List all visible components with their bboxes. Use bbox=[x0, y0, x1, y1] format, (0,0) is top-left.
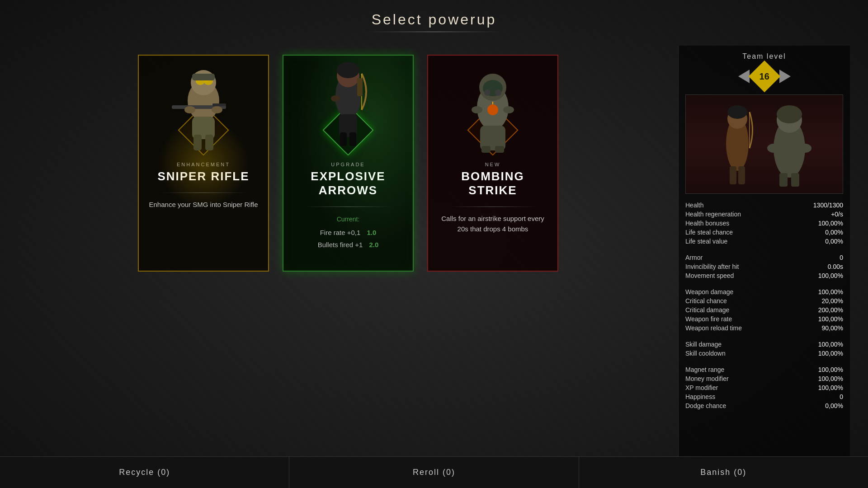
stat-crit-chance-value: 20,00% bbox=[822, 297, 843, 305]
content-area: ENHANCEMENT SNIPER RIFLE Enhance your SM… bbox=[0, 37, 868, 456]
level-arrow-left bbox=[738, 70, 750, 83]
stat-magnet-range-value: 100,00% bbox=[818, 366, 843, 373]
cards-container: ENHANCEMENT SNIPER RIFLE Enhance your SM… bbox=[18, 46, 678, 456]
stat-fire-rate: Weapon fire rate 100,00% bbox=[685, 314, 843, 324]
svg-rect-35 bbox=[481, 146, 491, 153]
stat-health-regen: Health regeneration +0/s bbox=[685, 210, 843, 219]
stat-life-steal-value-val: 0,00% bbox=[825, 238, 843, 245]
stat-armor-label: Armor bbox=[685, 254, 703, 261]
header-divider bbox=[366, 32, 502, 32]
stat-weapon-damage-value: 100,00% bbox=[818, 288, 843, 296]
stat-skill-cooldown: Skill cooldown 100,00% bbox=[685, 349, 843, 358]
stat-weapon-damage: Weapon damage 100,00% bbox=[685, 287, 843, 296]
stat-crit-chance: Critical chance 20,00% bbox=[685, 296, 843, 305]
stat-armor-value: 0 bbox=[840, 254, 843, 261]
page-title: Select powerup bbox=[0, 11, 868, 28]
svg-rect-51 bbox=[779, 173, 788, 187]
bomber-description: Calls for an airstrike support every 20s… bbox=[437, 214, 548, 234]
bottom-bar: Recycle (0) Reroll (0) Banish (0) bbox=[0, 456, 868, 488]
preview-char-1-svg bbox=[717, 99, 758, 189]
stat-life-steal-value-label: Life steal value bbox=[685, 238, 727, 245]
svg-rect-43 bbox=[730, 166, 736, 184]
svg-point-50 bbox=[799, 144, 811, 153]
svg-point-33 bbox=[487, 104, 498, 115]
banish-button[interactable]: Banish (0) bbox=[579, 457, 868, 488]
card-sniper-rifle[interactable]: ENHANCEMENT SNIPER RIFLE Enhance your SM… bbox=[138, 55, 269, 272]
stat-health-bonuses-value: 100,00% bbox=[818, 220, 843, 227]
stat-invincibility-value: 0.00s bbox=[828, 263, 843, 270]
svg-rect-12 bbox=[205, 135, 213, 150]
stat-fire-rate-label: Weapon fire rate bbox=[685, 315, 732, 323]
stats-group-armor: Armor 0 Invincibility after hit 0.00s Mo… bbox=[685, 253, 843, 280]
bomber-title: BOMBING STRIKE bbox=[437, 169, 548, 197]
header: Select powerup bbox=[0, 0, 868, 37]
stat-life-steal-value: Life steal value 0,00% bbox=[685, 237, 843, 246]
recycle-label: Recycle (0) bbox=[119, 468, 170, 477]
stat-xp-modifier-label: XP modifier bbox=[685, 384, 718, 391]
svg-rect-18 bbox=[357, 78, 363, 96]
character-area-archer bbox=[292, 65, 404, 155]
stat-health: Health 1300/1300 bbox=[685, 201, 843, 210]
level-badge: 16 bbox=[748, 61, 780, 93]
stat-reload-time-label: Weapon reload time bbox=[685, 324, 742, 332]
stat-health-bonuses: Health bonuses 100,00% bbox=[685, 219, 843, 228]
svg-point-31 bbox=[503, 106, 514, 113]
recycle-button[interactable]: Recycle (0) bbox=[0, 457, 289, 488]
svg-point-48 bbox=[777, 105, 802, 123]
stat-health-label: Health bbox=[685, 202, 703, 209]
stat-money-modifier-value: 100,00% bbox=[818, 375, 843, 382]
svg-rect-52 bbox=[791, 173, 799, 187]
character-area-bomber bbox=[437, 65, 548, 155]
card-bombing-strike[interactable]: NEW BOMBING STRIKE Calls for an airstrik… bbox=[427, 55, 558, 272]
svg-point-30 bbox=[472, 106, 482, 113]
character-area-sniper bbox=[148, 65, 259, 155]
stat-skill-damage-value: 100,00% bbox=[818, 341, 843, 348]
preview-char-2-svg bbox=[767, 99, 812, 189]
stat-health-value: 1300/1300 bbox=[813, 202, 843, 209]
stat-reload-time-value: 90,00% bbox=[822, 324, 843, 332]
characters-preview bbox=[685, 94, 843, 194]
bomber-divider bbox=[448, 206, 538, 207]
sniper-character-svg bbox=[167, 65, 240, 155]
stat-skill-damage: Skill damage 100,00% bbox=[685, 340, 843, 349]
reroll-label: Reroll (0) bbox=[413, 468, 455, 477]
svg-rect-22 bbox=[349, 132, 356, 146]
stat-life-steal-chance: Life steal chance 0,00% bbox=[685, 228, 843, 237]
stat-invincibility: Invincibility after hit 0.00s bbox=[685, 262, 843, 271]
stat-dodge-chance: Dodge chance 0,00% bbox=[685, 401, 843, 410]
stat-health-bonuses-label: Health bonuses bbox=[685, 220, 729, 227]
team-level-section: Team level 16 bbox=[685, 52, 843, 88]
stat-dodge-chance-value: 0,00% bbox=[825, 402, 843, 409]
stat-happiness-label: Happiness bbox=[685, 393, 715, 400]
stat-movement-speed-value: 100,00% bbox=[818, 272, 843, 279]
stat-xp-modifier: XP modifier 100,00% bbox=[685, 383, 843, 392]
level-arrow-right bbox=[779, 70, 791, 83]
card-explosive-arrows[interactable]: UPGRADE EXPLOSIVE ARROWS Current: Fire r… bbox=[283, 55, 414, 272]
svg-rect-5 bbox=[192, 74, 215, 80]
svg-rect-36 bbox=[495, 146, 504, 153]
stat-skill-cooldown-value: 100,00% bbox=[818, 350, 843, 357]
stat-life-steal-chance-label: Life steal chance bbox=[685, 229, 733, 236]
stat-xp-modifier-value: 100,00% bbox=[818, 384, 843, 391]
reroll-button[interactable]: Reroll (0) bbox=[289, 457, 579, 488]
archer-character-svg bbox=[312, 51, 384, 150]
stat-weapon-damage-label: Weapon damage bbox=[685, 288, 733, 296]
stat-crit-damage: Critical damage 200,00% bbox=[685, 305, 843, 314]
svg-rect-21 bbox=[340, 132, 347, 146]
svg-point-19 bbox=[331, 95, 340, 102]
svg-point-29 bbox=[495, 89, 501, 96]
stat-crit-damage-value: 200,00% bbox=[818, 306, 843, 314]
stat-money-modifier: Money modifier 100,00% bbox=[685, 374, 843, 383]
stats-group-skill: Skill damage 100,00% Skill cooldown 100,… bbox=[685, 340, 843, 358]
stat-reload-time: Weapon reload time 90,00% bbox=[685, 324, 843, 333]
stat-invincibility-label: Invincibility after hit bbox=[685, 263, 739, 270]
svg-point-28 bbox=[484, 89, 491, 96]
bomber-type-label: NEW bbox=[485, 162, 501, 167]
svg-rect-44 bbox=[738, 166, 745, 184]
stat-happiness: Happiness 0 bbox=[685, 392, 843, 401]
level-number: 16 bbox=[759, 71, 769, 82]
stat-magnet-range-label: Magnet range bbox=[685, 366, 724, 373]
stat-fire-rate-value: 100,00% bbox=[818, 315, 843, 323]
stat-magnet-range: Magnet range 100,00% bbox=[685, 365, 843, 374]
stats-group-health: Health 1300/1300 Health regeneration +0/… bbox=[685, 201, 843, 246]
